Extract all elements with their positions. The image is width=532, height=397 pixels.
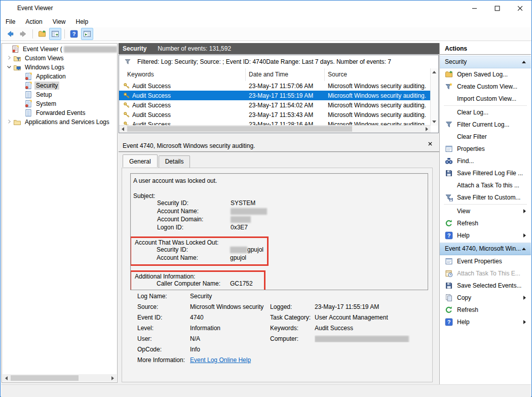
console-tree-icon — [51, 30, 59, 38]
event-row[interactable]: Audit Success23-May-17 11:55:19 AMMicros… — [119, 91, 438, 100]
action-save-selected-events[interactable]: Save Selected Events... — [440, 280, 531, 292]
event-list-region: Filtered: Log: Security; Source: ; Event… — [119, 55, 439, 133]
property-value: Info — [190, 346, 270, 353]
event-log-online-help-link[interactable]: Event Log Online Help — [190, 356, 270, 364]
action-open-saved-log[interactable]: Open Saved Log... — [440, 68, 531, 81]
actions-section-header[interactable]: Security — [440, 56, 531, 68]
tree-item-application[interactable]: Application — [2, 72, 117, 81]
scroll-right-icon[interactable] — [426, 127, 428, 131]
action-clear-filter[interactable]: Clear Filter — [440, 131, 531, 143]
menu-file[interactable]: File — [1, 17, 20, 27]
chevron-down-icon[interactable] — [6, 64, 13, 71]
action-import-custom-view[interactable]: Import Custom View... — [440, 93, 531, 105]
menu-view[interactable]: View — [48, 17, 71, 27]
action-save-filtered-log-file[interactable]: Save Filtered Log File ... — [440, 167, 531, 179]
action-clear-log[interactable]: Clear Log... — [440, 106, 531, 118]
tree-item-custom-views[interactable]: Custom Views — [2, 54, 117, 63]
action-label: Refresh — [457, 220, 478, 227]
minimize-button[interactable] — [463, 1, 486, 16]
forward-button[interactable] — [17, 28, 29, 40]
scrollbar-thumb[interactable] — [11, 375, 79, 381]
event-row[interactable]: Audit Success23-May-17 11:54:02 AMMicros… — [119, 100, 438, 110]
close-button[interactable] — [509, 1, 531, 16]
action-copy[interactable]: Copy — [440, 292, 531, 304]
tree-item-windows-logs[interactable]: Windows Logs — [2, 63, 117, 72]
tree-item-event-viewer[interactable]: Event Viewer ( — [2, 45, 117, 54]
event-list-horizontal-scrollbar[interactable] — [119, 125, 431, 133]
scroll-right-icon[interactable] — [111, 376, 114, 380]
scroll-left-icon[interactable] — [122, 127, 124, 131]
redacted-text — [64, 46, 117, 53]
close-preview-icon[interactable] — [425, 139, 435, 149]
main-area: Event Viewer (Custom ViewsWindows LogsAp… — [1, 43, 531, 384]
blank-icon — [445, 108, 453, 116]
column-header-date-and-time[interactable]: Date and Time — [246, 68, 325, 81]
action-event-properties[interactable]: Event Properties — [440, 255, 531, 267]
action-label: Import Custom View... — [457, 95, 516, 102]
action-properties[interactable]: Properties — [440, 143, 531, 155]
tab-general[interactable]: General — [123, 154, 158, 167]
keywords-text: Audit Success — [132, 92, 171, 99]
property-row: OpCode:Info — [137, 346, 427, 356]
action-view[interactable]: View — [440, 205, 531, 217]
action-create-custom-view[interactable]: Create Custom View... — [440, 81, 531, 93]
description-field: Account Domain: — [131, 216, 428, 224]
open-saved-log-button[interactable] — [36, 28, 48, 40]
maximize-button[interactable] — [486, 1, 509, 16]
action-attach-a-task-to-this[interactable]: Attach a Task To this ... — [440, 179, 531, 191]
tree-item-setup[interactable]: Setup — [2, 90, 117, 99]
chevron-right-icon[interactable] — [6, 118, 13, 126]
action-help[interactable]: ?Help — [440, 316, 531, 328]
show-action-pane-button[interactable] — [81, 28, 93, 40]
tab-details[interactable]: Details — [159, 155, 191, 168]
event-row[interactable]: Audit Success23-May-17 11:57:06 AMMicros… — [119, 81, 438, 91]
help-icon: ? — [70, 30, 78, 38]
tree-item-security[interactable]: Security — [2, 81, 117, 90]
tree-item-forwarded-events[interactable]: Forwarded Events — [2, 108, 117, 117]
datetime-cell: 23-May-17 11:57:06 AM — [246, 83, 325, 90]
field-value: gpujol — [230, 254, 246, 261]
event-viewer-app-icon — [5, 4, 13, 12]
online-help-link[interactable]: Event Log Online Help — [190, 356, 251, 364]
log-icon — [24, 109, 32, 117]
action-refresh[interactable]: Refresh — [440, 217, 531, 229]
action-pane-icon — [83, 30, 91, 38]
tree-item-applications-and-services-logs[interactable]: Applications and Services Logs — [2, 117, 117, 127]
tree-horizontal-scrollbar[interactable] — [3, 374, 117, 382]
menu-help[interactable]: Help — [71, 17, 94, 27]
column-header-source[interactable]: Source — [325, 68, 438, 81]
help-button[interactable]: ? — [68, 28, 80, 40]
open-folder-icon — [445, 70, 453, 78]
collapse-caret-icon[interactable] — [522, 61, 526, 63]
menu-action[interactable]: Action — [20, 17, 47, 27]
submenu-arrow-icon — [523, 233, 526, 237]
actions-section-header[interactable]: Event 4740, Microsoft Win... — [440, 243, 531, 255]
show-console-tree-button[interactable] — [49, 28, 61, 40]
scroll-up-icon[interactable] — [432, 71, 436, 73]
action-filter-current-log[interactable]: Filter Current Log... — [440, 118, 531, 131]
action-save-filter-to-custom[interactable]: Save Filter to Custom... — [440, 191, 531, 204]
chevron-right-icon[interactable] — [6, 55, 13, 62]
action-refresh[interactable]: Refresh — [440, 304, 531, 316]
action-find[interactable]: Find... — [440, 155, 531, 167]
description-field: Security ID:gpujol — [132, 246, 267, 254]
scrollbar-thumb[interactable] — [127, 126, 352, 132]
back-button[interactable] — [4, 28, 16, 40]
folder-logs-icon — [13, 63, 21, 71]
collapse-caret-icon[interactable] — [522, 248, 526, 250]
scroll-down-icon[interactable] — [432, 121, 436, 123]
event-list-vertical-scrollbar[interactable] — [430, 68, 438, 126]
event-properties-grid: Log Name:SecuritySource:Microsoft Window… — [137, 293, 427, 367]
action-help[interactable]: ?Help — [440, 229, 531, 242]
property-value: Microsoft Windows security — [190, 303, 270, 310]
annotation-box-2: Additional Information:Caller Computer N… — [130, 270, 265, 290]
property-value: 23-May-17 11:55:19 AM — [315, 303, 427, 310]
property-row: More Information:Event Log Online Help — [137, 356, 427, 367]
tree-item-system[interactable]: System — [2, 99, 117, 108]
column-header-keywords[interactable]: Keywords — [119, 68, 246, 81]
field-value: 0x3E7 — [231, 224, 248, 231]
field-label: Logon ID: — [157, 224, 231, 231]
scroll-left-icon[interactable] — [5, 376, 8, 380]
actions-pane-title: Actions — [440, 43, 531, 55]
event-row[interactable]: Audit Success23-May-17 11:53:43 AMMicros… — [119, 110, 438, 120]
